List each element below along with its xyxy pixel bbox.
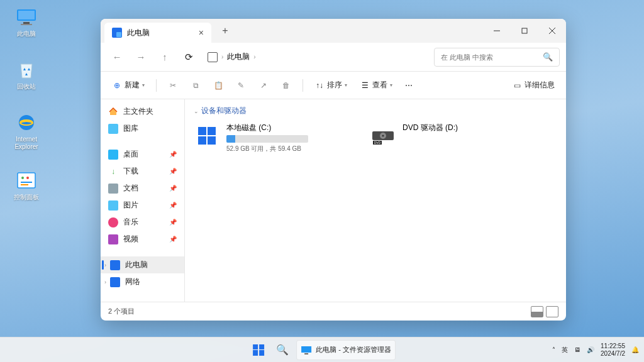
sidebar-label: 图库 — [123, 123, 138, 134]
sidebar-item-home[interactable]: 主文件夹 — [101, 103, 184, 120]
view-button[interactable]: ☰ 查看 ▾ — [355, 77, 397, 94]
rename-icon: ✎ — [236, 80, 246, 90]
desktop-icon-ie[interactable]: Internet Explorer — [9, 112, 44, 151]
tab-this-pc[interactable]: 此电脑 × — [104, 23, 211, 43]
group-header-devices[interactable]: ⌄ 设备和驱动器 — [194, 106, 557, 116]
drives-list: 本地磁盘 (C:) 52.9 GB 可用，共 59.4 GB DVD DVD 驱… — [194, 123, 557, 153]
search-box[interactable]: 🔍 — [434, 48, 560, 67]
share-button[interactable]: ↗ — [253, 77, 274, 94]
up-button[interactable]: ↑ — [155, 47, 175, 67]
details-label: 详细信息 — [525, 80, 555, 90]
clock[interactable]: 11:22:55 2024/7/2 — [601, 343, 625, 358]
nav-toolbar: ← → ↑ ⟳ › 此电脑 › 🔍 — [101, 43, 566, 72]
paste-button[interactable]: 📋 — [208, 77, 228, 94]
refresh-button[interactable]: ⟳ — [179, 47, 199, 67]
copy-icon: ⧉ — [191, 80, 201, 90]
forward-button[interactable]: → — [131, 47, 151, 67]
rename-button[interactable]: ✎ — [231, 77, 251, 94]
this-pc-icon — [110, 260, 120, 270]
search-button[interactable]: 🔍 — [272, 340, 292, 360]
action-toolbar: ⊕ 新建 ▾ ✂ ⧉ 📋 ✎ ↗ 🗑 ↑↓ 排序 ▾ ☰ 查看 ▾ ⋯ ▭ 详细… — [101, 72, 566, 99]
sidebar-item-videos[interactable]: 视频 📌 — [101, 231, 184, 248]
sidebar-item-network[interactable]: › 网络 — [101, 273, 184, 290]
more-button[interactable]: ⋯ — [400, 78, 418, 93]
breadcrumb-location: 此电脑 — [227, 52, 250, 62]
svg-rect-3 — [21, 24, 32, 25]
cut-button[interactable]: ✂ — [163, 77, 183, 94]
delete-button[interactable]: 🗑 — [276, 77, 296, 94]
desktop-icon-recycle-bin[interactable]: 回收站 — [9, 59, 44, 90]
sidebar-item-desktop[interactable]: 桌面 📌 — [101, 146, 184, 163]
pictures-icon — [108, 200, 118, 211]
ime-indicator[interactable]: 英 — [562, 346, 568, 354]
close-button[interactable] — [538, 19, 566, 43]
local-disk-icon — [194, 123, 220, 149]
sidebar-item-pictures[interactable]: 图片 📌 — [101, 197, 184, 214]
maximize-button[interactable] — [511, 19, 538, 43]
pin-icon: 📌 — [169, 168, 177, 175]
notifications-icon[interactable]: 🔔 — [631, 346, 639, 353]
tab-close-icon[interactable]: × — [199, 28, 204, 38]
content-pane: ⌄ 设备和驱动器 本地磁盘 (C:) 52.9 GB 可用，共 59.4 GB — [185, 99, 566, 302]
tray-chevron-icon[interactable]: ˄ — [552, 346, 555, 353]
desktop-icon-label: 此电脑 — [17, 30, 36, 38]
desktop-icon-label: Internet Explorer — [9, 136, 44, 151]
system-tray: ˄ 英 🖥 🔊 11:22:55 2024/7/2 🔔 — [552, 343, 639, 358]
sidebar-label: 网络 — [125, 277, 140, 287]
drive-status: 52.9 GB 可用，共 59.4 GB — [226, 145, 308, 153]
pin-icon: 📌 — [169, 185, 177, 192]
svg-rect-9 — [21, 182, 32, 183]
view-details-button[interactable] — [531, 306, 543, 317]
windows-logo-icon — [253, 344, 264, 356]
cut-icon: ✂ — [168, 80, 178, 90]
desktop-icon-this-pc[interactable]: 此电脑 — [9, 6, 44, 38]
minimize-button[interactable] — [483, 19, 511, 43]
volume-icon[interactable]: 🔊 — [587, 346, 594, 353]
sidebar-label: 视频 — [123, 234, 138, 244]
view-icons-button[interactable] — [546, 306, 558, 317]
view-icon: ☰ — [360, 80, 370, 90]
copy-button[interactable]: ⧉ — [186, 77, 206, 94]
search-input[interactable] — [441, 53, 538, 61]
drive-name: DVD 驱动器 (D:) — [402, 123, 458, 133]
sidebar-item-documents[interactable]: 文档 📌 — [101, 180, 184, 197]
sort-button[interactable]: ↑↓ 排序 ▾ — [309, 77, 352, 94]
item-count: 2 个项目 — [108, 307, 135, 316]
back-button[interactable]: ← — [107, 47, 127, 67]
drive-d[interactable]: DVD DVD 驱动器 (D:) — [370, 123, 527, 153]
sidebar-item-gallery[interactable]: 图库 — [101, 120, 184, 137]
svg-point-17 — [382, 135, 384, 137]
breadcrumb[interactable]: › 此电脑 › — [203, 52, 430, 62]
delete-icon: 🗑 — [281, 80, 291, 90]
sidebar-item-downloads[interactable]: ↓ 下载 📌 — [101, 163, 184, 180]
paste-icon: 📋 — [213, 80, 223, 90]
documents-icon — [108, 184, 118, 194]
sidebar-item-music[interactable]: 音乐 📌 — [101, 214, 184, 231]
separator — [303, 79, 303, 92]
details-icon: ▭ — [512, 80, 522, 90]
chevron-right-icon: › — [104, 279, 106, 285]
sidebar-item-this-pc[interactable]: › 此电脑 — [101, 256, 184, 273]
share-icon: ↗ — [258, 80, 269, 90]
new-button[interactable]: ⊕ 新建 ▾ — [107, 77, 150, 94]
gallery-icon — [108, 124, 118, 134]
pin-icon: 📌 — [169, 202, 177, 209]
new-label: 新建 — [125, 80, 140, 90]
details-button[interactable]: ▭ 详细信息 — [507, 77, 560, 94]
new-tab-button[interactable]: + — [216, 22, 234, 40]
file-explorer-window: 此电脑 × + ← → ↑ ⟳ › 此电脑 › 🔍 ⊕ 新建 ▾ — [101, 19, 566, 321]
desktop-icon-control-panel[interactable]: 控制面板 — [9, 170, 44, 201]
search-icon[interactable]: 🔍 — [543, 52, 553, 62]
start-button[interactable] — [248, 340, 269, 360]
svg-rect-20 — [301, 346, 311, 353]
tab-title: 此电脑 — [127, 28, 150, 38]
network-icon — [110, 277, 120, 287]
svg-rect-10 — [21, 184, 28, 185]
chevron-right-icon: › — [104, 262, 106, 268]
sidebar-label: 此电脑 — [125, 260, 148, 270]
taskbar-app-explorer[interactable]: 此电脑 - 文件资源管理器 — [296, 340, 396, 360]
drive-c[interactable]: 本地磁盘 (C:) 52.9 GB 可用，共 59.4 GB — [194, 123, 351, 153]
pc-icon — [208, 52, 218, 62]
home-icon — [108, 107, 118, 117]
network-icon[interactable]: 🖥 — [574, 346, 580, 353]
